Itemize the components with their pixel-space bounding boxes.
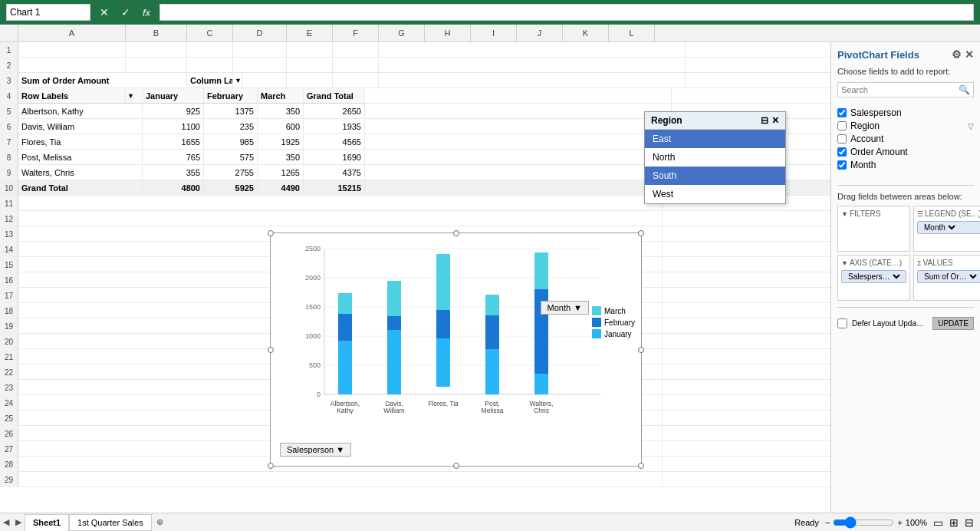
cancel-button[interactable]: ✕	[97, 5, 112, 20]
panel-close-icon[interactable]: ✕	[965, 48, 974, 61]
col-header-C[interactable]: C	[187, 25, 233, 41]
cell-A10[interactable]: Grand Total	[18, 180, 143, 196]
cell-rest8[interactable]	[365, 150, 672, 165]
col-header-D[interactable]: D	[233, 25, 287, 41]
cell-rest4[interactable]	[365, 88, 672, 104]
tab-sheet1[interactable]: Sheet1	[25, 514, 69, 531]
cell-rest2[interactable]	[379, 58, 686, 73]
col-header-L[interactable]: L	[609, 25, 655, 41]
cell-rest9[interactable]	[365, 165, 672, 180]
region-item-south[interactable]: South	[645, 167, 785, 185]
checkbox-orderamount[interactable]	[837, 147, 847, 157]
zoom-out-icon[interactable]: −	[825, 518, 830, 527]
cell-E8[interactable]: 350	[258, 150, 304, 165]
view-normal-icon[interactable]: ▭	[933, 516, 943, 529]
prev-sheet-btn[interactable]: ◀	[0, 517, 12, 527]
cell-F8[interactable]: 1690	[304, 150, 365, 165]
cell-E6[interactable]: 600	[258, 119, 304, 134]
update-button[interactable]: UPDATE	[932, 317, 974, 330]
cell-E4[interactable]: March	[258, 88, 304, 104]
cell-A8[interactable]: Post, Melissa	[18, 150, 143, 165]
cell-D1[interactable]	[233, 42, 287, 58]
cell-A2[interactable]	[18, 58, 126, 73]
cell-C5[interactable]: 925	[143, 104, 204, 119]
area-legend[interactable]: ☰ LEGEND (SE…) Month	[913, 206, 980, 252]
cell-F10[interactable]: 15215	[304, 180, 365, 196]
cell-D5[interactable]: 1375	[204, 104, 258, 119]
cell-A5[interactable]: Albertson, Kathy	[18, 104, 143, 119]
cell-D7[interactable]: 985	[204, 134, 258, 150]
view-page-break-icon[interactable]: ⊟	[965, 516, 974, 529]
region-item-north[interactable]: North	[645, 148, 785, 167]
cell-rest10[interactable]	[365, 180, 672, 196]
panel-settings-icon[interactable]: ⚙	[952, 48, 962, 61]
cell-A3[interactable]: Sum of Order Amount	[18, 73, 187, 88]
defer-checkbox[interactable]	[837, 318, 847, 328]
add-sheet-btn[interactable]: ⊕	[152, 517, 168, 527]
col-header-K[interactable]: K	[563, 25, 609, 41]
cell-C4[interactable]: January	[143, 88, 204, 104]
cell-B2[interactable]	[126, 58, 187, 73]
area-filters[interactable]: ▼ FILTERS	[837, 206, 910, 252]
month-filter-button[interactable]: Month ▼	[541, 301, 589, 315]
col-header-I[interactable]: I	[471, 25, 517, 41]
cell-C2[interactable]	[187, 58, 233, 73]
col-header-A[interactable]: A	[18, 25, 126, 41]
search-input[interactable]	[841, 85, 959, 94]
cell-A6[interactable]: Davis, William	[18, 119, 143, 134]
tab-1st-quarter[interactable]: 1st Quarter Sales	[69, 514, 152, 531]
checkbox-salesperson[interactable]	[837, 108, 847, 117]
cell-E2[interactable]	[287, 58, 333, 73]
confirm-button[interactable]: ✓	[118, 5, 133, 20]
region-item-west[interactable]: West	[645, 185, 785, 203]
cell-A12[interactable]	[18, 211, 663, 226]
cell-A4[interactable]: Row Labels	[18, 88, 126, 104]
area-axis[interactable]: ▼ AXIS (CATE…) Salespers…	[837, 255, 910, 301]
cell-D3[interactable]	[242, 73, 287, 88]
cell-F4[interactable]: Grand Total	[304, 88, 365, 104]
filter-icon[interactable]: ⊟	[761, 115, 768, 126]
col-header-E[interactable]: E	[287, 25, 333, 41]
cell-D4[interactable]: February	[204, 88, 258, 104]
zoom-in-icon[interactable]: +	[897, 518, 902, 527]
checkbox-month[interactable]	[837, 160, 847, 170]
cell-E3[interactable]	[287, 73, 333, 88]
axis-chip-select[interactable]: Salespers…	[845, 272, 903, 282]
cell-F5[interactable]: 2650	[304, 104, 365, 119]
cell-E10[interactable]: 4490	[258, 180, 304, 196]
cell-A11[interactable]	[18, 196, 663, 211]
cell-C10[interactable]: 4800	[143, 180, 204, 196]
axis-chip-salesperson[interactable]: Salespers…	[841, 270, 906, 283]
cell-A7[interactable]: Flores, Tia	[18, 134, 143, 150]
cell-rest1[interactable]	[379, 42, 686, 58]
region-item-east[interactable]: East	[645, 130, 785, 148]
cell-F2[interactable]	[333, 58, 379, 73]
cell-F6[interactable]: 1935	[304, 119, 365, 134]
cell-rest5[interactable]	[365, 104, 672, 119]
salesperson-filter-button[interactable]: Salesperson ▼	[280, 443, 351, 457]
cell-rest6[interactable]	[365, 119, 672, 134]
cell-C8[interactable]: 765	[143, 150, 204, 165]
cell-D2[interactable]	[233, 58, 287, 73]
cell-F7[interactable]: 4565	[304, 134, 365, 150]
view-layout-icon[interactable]: ⊞	[949, 516, 959, 529]
checkbox-region[interactable]	[837, 121, 847, 130]
col-header-F[interactable]: F	[333, 25, 379, 41]
values-chip-orderamount[interactable]: Sum of Or…	[917, 270, 980, 283]
name-box[interactable]: Chart 1	[6, 4, 90, 21]
formula-bar[interactable]	[159, 4, 974, 21]
cell-B4-dropdown[interactable]: ▼	[126, 88, 143, 104]
search-box[interactable]: 🔍	[837, 82, 974, 97]
zoom-slider[interactable]	[833, 516, 894, 529]
cell-C9[interactable]: 355	[143, 165, 204, 180]
cell-A1[interactable]	[18, 42, 126, 58]
cell-D9[interactable]: 2755	[204, 165, 258, 180]
cell-E5[interactable]: 350	[258, 104, 304, 119]
cell-A9[interactable]: Walters, Chris	[18, 165, 143, 180]
legend-chip-month[interactable]: Month	[917, 221, 980, 234]
cell-dropdown-3[interactable]: ▼	[233, 73, 242, 88]
cell-F3[interactable]	[333, 73, 379, 88]
values-chip-select[interactable]: Sum of Or…	[921, 272, 979, 282]
cell-E1[interactable]	[287, 42, 333, 58]
cell-E9[interactable]: 1265	[258, 165, 304, 180]
